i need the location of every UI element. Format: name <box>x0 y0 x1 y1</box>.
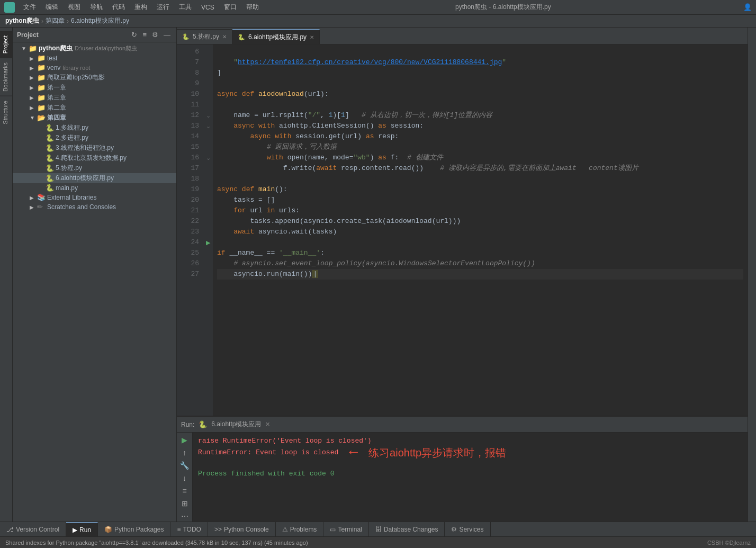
tab-terminal[interactable]: ▭ Terminal <box>323 522 368 536</box>
tree-item-f5[interactable]: ▶ 🐍 5.协程.py <box>13 163 176 173</box>
tab-python-console[interactable]: >> Python Console <box>208 522 276 536</box>
tree-item-f3[interactable]: ▶ 🐍 3.线程池和进程池.py <box>13 143 176 153</box>
breadcrumb-file[interactable]: 6.aiohttp模块应用.py <box>71 16 129 25</box>
tree-item-f2[interactable]: ▶ 🐍 2.多进程.py <box>13 133 176 143</box>
tab-aiohttp[interactable]: 🐍 6.aiohttp模块应用.py ✕ <box>232 29 320 44</box>
terminal-icon: ▭ <box>330 526 336 533</box>
tree-root-arrow: ▼ <box>21 46 29 51</box>
menu-refactor[interactable]: 重构 <box>130 2 151 13</box>
tree-folder-ch4: 📂 <box>37 114 46 122</box>
tree-label-ch1: 第一章 <box>47 83 66 92</box>
tree-icon-scratches: ✏ <box>37 203 46 211</box>
menu-vcs[interactable]: VCS <box>197 3 219 12</box>
run-output: raise RuntimeError('Event loop is closed… <box>193 433 748 482</box>
gutter-8 <box>203 68 213 78</box>
menu-file[interactable]: 文件 <box>19 2 40 13</box>
run-tab-close[interactable]: ✕ <box>265 421 270 428</box>
run-error-raise: raise RuntimeError('Event loop is closed… <box>198 436 742 446</box>
sidebar-minimize-icon[interactable]: — <box>162 30 172 39</box>
tree-item-f1[interactable]: ▶ 🐍 1.多线程.py <box>13 123 176 133</box>
sidebar: Project ↻ ≡ ⚙ — ▼ 📁 python爬虫 D:\user dat… <box>13 28 177 522</box>
sidebar-tab-structure[interactable]: Structure <box>0 96 12 129</box>
tree-item-ch3[interactable]: ▶ 📁 第三章 <box>13 93 176 103</box>
menu-tools[interactable]: 工具 <box>175 2 196 13</box>
menu-help[interactable]: 帮助 <box>242 2 263 13</box>
tab-协程[interactable]: 🐍 5.协程.py ✕ <box>177 29 232 44</box>
tree-item-test[interactable]: ▶ 📁 test <box>13 53 176 63</box>
tree-label-main: main.py <box>56 184 78 192</box>
status-text: Shared indexes for Python package "aioht… <box>5 540 707 546</box>
run-expand-button[interactable]: ⊞ <box>181 498 189 509</box>
gutter-27 <box>203 269 213 280</box>
tree-item-main[interactable]: ▶ 🐍 main.py <box>13 183 176 193</box>
tab-todo[interactable]: ≡ TODO <box>170 522 208 536</box>
tree-arrow-test: ▶ <box>30 56 37 61</box>
tree-file-main: 🐍 <box>46 184 54 192</box>
line-num-24: 24 <box>177 237 199 248</box>
run-up-button[interactable]: ↑ <box>182 447 187 458</box>
sidebar-sync-icon[interactable]: ↻ <box>130 30 139 39</box>
tree-arrow-ch2: ▶ <box>30 105 37 111</box>
line-num-16: 16 <box>177 152 199 163</box>
run-down-button[interactable]: ↓ <box>182 473 187 483</box>
run-success-text: Process finished with exit code 0 <box>198 469 742 479</box>
tree-label-f6: 6.aiohttp模块应用.py <box>56 174 114 183</box>
tab-run[interactable]: ▶ Run <box>66 522 98 536</box>
breadcrumb-project[interactable]: python爬虫 <box>5 16 39 25</box>
tab-problems[interactable]: ⚠ Problems <box>276 522 324 536</box>
tree-folder-test: 📁 <box>37 54 46 62</box>
tree-item-f6[interactable]: ▶ 🐍 6.aiohttp模块应用.py <box>13 173 176 183</box>
line-num-7: 7 <box>177 57 199 68</box>
code-line-11: name = url.rsplit("/", 1)[1] # 从右边切，切一次，… <box>217 111 492 119</box>
tree-item-extlibs[interactable]: ▶ 📚 External Libraries <box>13 193 176 202</box>
breadcrumb-chapter[interactable]: 第四章 <box>46 16 65 25</box>
run-play-button[interactable]: ▶ <box>181 435 188 445</box>
sidebar-collapse-icon[interactable]: ≡ <box>141 30 148 39</box>
menu-window[interactable]: 窗口 <box>220 2 241 13</box>
tree-item-ch1[interactable]: ▶ 📁 第一章 <box>13 83 176 93</box>
tree-item-f4[interactable]: ▶ 🐍 4.爬取北京新发地数据.py <box>13 153 176 163</box>
code-content[interactable]: "https://tenfei02.cfp.cn/creative/vcg/80… <box>213 44 748 416</box>
tree-root[interactable]: ▼ 📁 python爬虫 D:\user data\python爬虫 <box>13 43 176 53</box>
sidebar-tab-project[interactable]: Project <box>0 31 12 58</box>
menu-view[interactable]: 视图 <box>64 2 85 13</box>
tab-version-control[interactable]: ⎇ Version Control <box>0 522 66 536</box>
tree-label-f4: 4.爬取北京新发地数据.py <box>56 154 127 163</box>
tab-services[interactable]: ⚙ Services <box>445 522 490 536</box>
tree-file-f2: 🐍 <box>46 134 54 142</box>
tree-item-douban[interactable]: ▶ 📁 爬取豆瓣top250电影 <box>13 73 176 83</box>
tree-item-ch2[interactable]: ▶ 📁 第二章 <box>13 103 176 113</box>
run-list-button[interactable]: ≡ <box>181 486 187 496</box>
menu-edit[interactable]: 编辑 <box>41 2 62 13</box>
sidebar-settings-icon[interactable]: ⚙ <box>150 30 160 39</box>
tree-item-venv[interactable]: ▶ 📁 venv library root <box>13 63 176 73</box>
tree-item-scratches[interactable]: ▶ ✏ Scratches and Consoles <box>13 202 176 212</box>
tree-item-ch4[interactable]: ▼ 📂 第四章 <box>13 113 176 123</box>
bottom-tabs: ⎇ Version Control ▶ Run 📦 Python Package… <box>0 522 756 536</box>
tab-label-terminal: Terminal <box>338 526 362 533</box>
problems-icon: ⚠ <box>282 526 288 533</box>
run-dots-button[interactable]: ⋯ <box>180 511 190 522</box>
tab-label-aiohttp: 6.aiohttp模块应用.py <box>248 33 307 42</box>
line-num-25: 25 <box>177 248 199 258</box>
run-empty-line <box>198 458 742 469</box>
code-line-14: # 返回请求，写入数据 <box>217 143 337 151</box>
tab-close-協程[interactable]: ✕ <box>222 34 227 40</box>
tree-label-venv: venv <box>47 64 60 71</box>
tab-database-changes[interactable]: 🗄 Database Changes <box>369 522 445 536</box>
breadcrumb: python爬虫 › 第四章 › 6.aiohttp模块应用.py <box>0 15 756 28</box>
tab-python-packages[interactable]: 📦 Python Packages <box>98 522 170 536</box>
line-num-27: 27 <box>177 269 199 280</box>
run-wrench-button[interactable]: 🔧 <box>179 460 190 471</box>
gutter-18 <box>203 174 213 184</box>
user-icon[interactable]: 👤 <box>743 3 752 11</box>
tab-close-aiohttp[interactable]: ✕ <box>310 34 314 40</box>
menu-code[interactable]: 代码 <box>108 2 129 13</box>
todo-icon: ≡ <box>177 526 181 533</box>
status-right: CSBH ©Djlearnz <box>707 540 751 546</box>
version-control-icon: ⎇ <box>6 526 14 533</box>
sidebar-tab-bookmarks[interactable]: Bookmarks <box>0 58 12 96</box>
menu-run[interactable]: 运行 <box>152 2 174 13</box>
tab-icon-aiohttp: 🐍 <box>238 34 245 41</box>
menu-navigate[interactable]: 导航 <box>86 2 107 13</box>
